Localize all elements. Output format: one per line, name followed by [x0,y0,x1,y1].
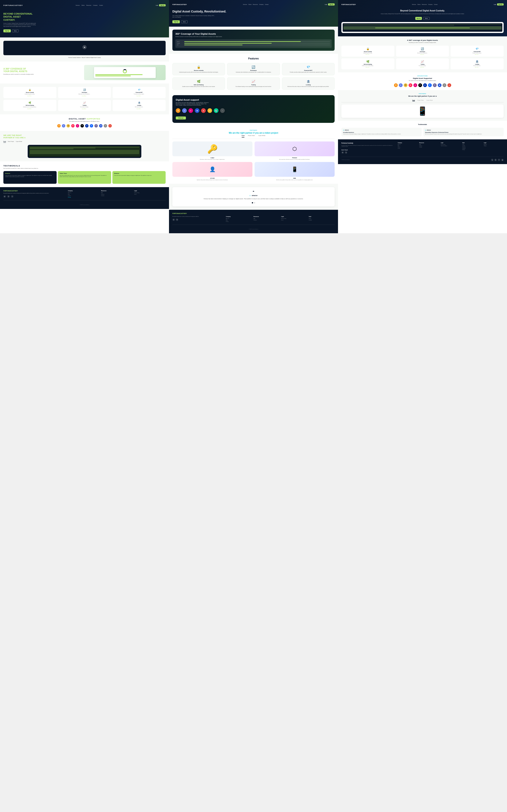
col3-footer-settings[interactable]: Settings [462,149,482,150]
col3-nav-company[interactable]: Company [428,4,433,5]
col2-cta-button[interactable]: Sign Up [172,20,180,23]
footer-link-faq[interactable]: FAQ [101,192,132,193]
col3-footer-facebook[interactable]: Facebook [462,147,482,148]
dashboard-mock [94,67,156,78]
col2-nav-clients[interactable]: Clients [248,4,251,5]
col2-footer-terms[interactable]: Terms [281,219,307,220]
col3-footer-pricing[interactable]: Pricing [398,148,418,149]
lending-link[interactable]: Learn More → [114,108,164,109]
footer-link-careers[interactable]: Careers [68,195,100,196]
nft-link[interactable]: Learn More → [114,95,164,96]
col3-exchequer-link[interactable]: Learn more → [398,54,447,55]
nav-resources[interactable]: Resources [86,5,91,6]
col1-cta-button[interactable]: Sign Up [3,30,11,32]
col3-tab-fund[interactable]: Fund [412,100,415,101]
col3-bottom-social-3[interactable]: f [498,159,500,161]
trading-link[interactable]: Learn More → [60,108,109,109]
col3-footer-angellist[interactable]: AngelList [484,144,504,145]
footer-link-about[interactable]: About us [68,192,100,193]
social-twitter[interactable]: 𝕏 [7,195,10,198]
defi-link[interactable]: Learn More → [5,108,55,109]
play-button[interactable]: ▶ [82,45,87,49]
col2-tab-fund[interactable]: Fund [242,135,244,138]
col3-bottom-gear[interactable]: ⚙ [501,159,504,161]
col3-lending-link[interactable]: Learn more → [452,67,502,68]
col3-footer-tutorials[interactable]: Tutorials [419,147,439,148]
col2-footer-twitter[interactable]: Twitter [308,218,335,219]
col2-social-linkedin[interactable]: in [172,218,175,221]
col3-social-linkedin[interactable]: in [341,151,344,154]
tab-token[interactable]: Token Project [8,141,14,143]
col3-bottom-social-2[interactable]: in [494,159,497,161]
col2-signup-button[interactable]: Sign Up [328,3,335,5]
col2-login-button[interactable]: Login [325,3,327,5]
col3-footer-settings2[interactable]: Settings [484,146,504,146]
col3-trading-link[interactable]: Learn more → [398,67,447,68]
nav-company[interactable]: Company [93,5,97,6]
col3-footer-linkedin[interactable]: LinkedIn [462,146,482,146]
footer-link-terms[interactable]: Terms [134,194,166,195]
col3-demo-button[interactable]: Demo [423,17,430,20]
col2-footer-faq[interactable]: FAQ [253,218,279,219]
signup-button[interactable]: Sign Up [159,4,166,6]
col3-nft-text: Provides securities-related... [452,53,502,54]
nav-contact[interactable]: Contact [99,5,103,6]
social-facebook[interactable]: f [11,195,13,198]
col3-nav-contact[interactable]: Contact [434,4,438,5]
col3-tab-token[interactable]: Project Token [417,100,424,101]
col3-defi-link[interactable]: Learn more → [343,67,393,68]
col3-bottom-social-1[interactable]: 𝕏 [491,159,494,161]
col2-custody-icon: 🔒 [175,65,223,69]
col3-footer-about[interactable]: About us [398,144,418,145]
login-button[interactable]: Login [156,4,158,6]
col2-tab-token[interactable]: Project Token [248,135,255,138]
col3-footer-terms[interactable]: Terms & Conditions [441,146,460,146]
find-out-button[interactable]: Find out [176,116,186,119]
col2-footer-linkedin[interactable]: LinkedIn [308,219,335,220]
exchequer-link[interactable]: Learn More → [60,95,109,96]
col3-custody-link[interactable]: Learn more → [343,54,393,55]
quote-dot-2[interactable] [254,202,255,203]
col3-nav-clients[interactable]: Clients [417,4,420,5]
quote-dot-1[interactable] [252,202,253,203]
col3-nft-link[interactable]: Learn more → [452,54,502,55]
col3-social-twitter[interactable]: 𝕏 [345,151,347,154]
footer-link-features[interactable]: Features [101,194,132,195]
col3-footer-instagram[interactable]: Instagram [462,148,482,149]
col3-signup-button[interactable]: Sign Up [497,3,504,5]
col3-nav-services[interactable]: Services [412,4,416,5]
col2-demo-button[interactable]: Demo [181,20,187,23]
col2-footer-pricing[interactable]: Pricing [226,221,252,222]
col3-footer-careers[interactable]: Careers [398,147,418,148]
nav-services[interactable]: Services [76,5,80,6]
col2-footer-privacy[interactable]: Privacy Policy [281,218,307,219]
col2-footer-features[interactable]: Features [253,219,279,220]
col2-nav-contact[interactable]: Contact [265,4,269,5]
col3-footer-blog[interactable]: Blog [398,146,418,146]
col3-footer-privacy[interactable]: Privacy Policy [441,144,460,145]
col2-tab-whale[interactable]: Crypto Whale [258,135,265,138]
col3-nav-resources[interactable]: Resources [422,4,427,5]
footer-link-tutorials[interactable]: Tutorials [101,195,132,196]
col2-nav-resources[interactable]: Resources [253,4,258,5]
footer-link-privacy[interactable]: Privacy Policy [134,192,166,193]
tab-whale[interactable]: Crypto Whale [16,141,22,143]
col2-footer-about[interactable]: About us [226,218,252,219]
footer-link-blog[interactable]: Blog [68,194,100,195]
col3-cta-button[interactable]: Sign Up [415,17,422,20]
col3-login-button[interactable]: Login [494,3,496,5]
col3-footer-features[interactable]: Features [419,146,439,146]
col2-social-twitter[interactable]: 𝕏 [176,218,178,221]
footer-link-pricing[interactable]: Pricing [68,197,100,198]
custody-link[interactable]: Learn More → [5,95,55,96]
col2-nav-services[interactable]: Services [243,4,247,5]
col3-footer-faq[interactable]: FAQs [419,144,439,145]
nav-clients[interactable]: Clients [81,5,84,6]
col3-tab-whale[interactable]: Crypto Whale [426,100,433,101]
col3-footer-twitter[interactable]: Twitter [462,144,482,145]
col1-demo-button[interactable]: Demo [12,30,18,32]
tab-fund[interactable]: Fund [3,141,6,143]
social-linkedin[interactable]: in [3,195,6,198]
col2-nav-company[interactable]: Company [259,4,264,5]
col2-footer-blog[interactable]: Blog [226,219,252,220]
